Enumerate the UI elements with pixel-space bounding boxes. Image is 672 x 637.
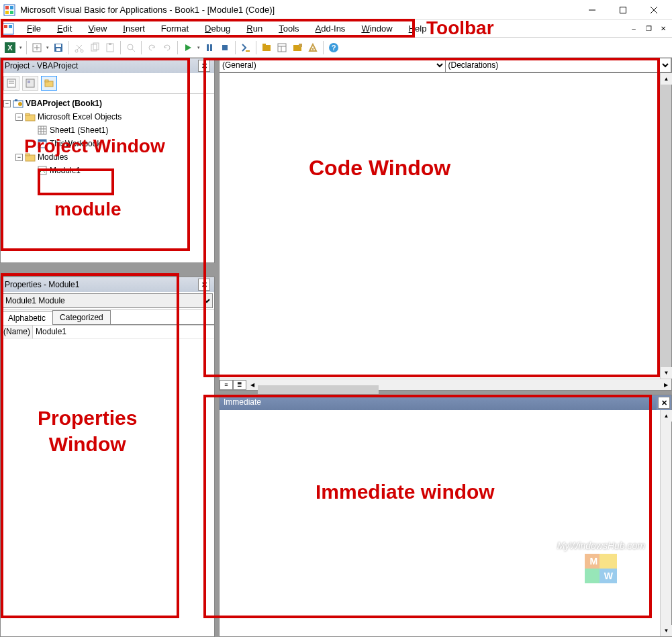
project-close[interactable]: ✕ — [198, 60, 210, 72]
excel-drop[interactable]: ▾ — [18, 45, 23, 50]
svg-rect-33 — [262, 44, 266, 46]
svg-rect-1 — [5, 6, 9, 9]
toolbox-icon[interactable] — [305, 40, 320, 55]
copy-icon[interactable] — [87, 40, 102, 55]
mdi-close[interactable]: ✕ — [657, 24, 669, 34]
paste-icon[interactable] — [103, 40, 117, 55]
folder-icon — [25, 111, 36, 122]
folder-icon — [25, 152, 36, 162]
svg-rect-60 — [38, 140, 46, 142]
code-vscrollbar[interactable]: ▲ ▼ — [660, 73, 671, 379]
find-icon[interactable] — [124, 40, 138, 55]
menu-tools[interactable]: Tools — [271, 21, 307, 36]
menu-help[interactable]: Help — [401, 21, 435, 36]
scroll-left-icon[interactable]: ◀ — [246, 379, 258, 391]
code-dropdowns: (General) (Declarations) — [220, 58, 671, 73]
svg-rect-25 — [109, 43, 111, 45]
toggle-folders-icon[interactable] — [41, 76, 57, 91]
object-list-dropdown[interactable]: (General) — [219, 58, 446, 72]
menu-edit[interactable]: Edit — [49, 21, 80, 36]
undo-icon[interactable] — [144, 40, 159, 55]
tab-alphabetic[interactable]: Alphabetic — [1, 311, 53, 325]
help-icon[interactable]: ? — [326, 40, 341, 55]
scroll-thumb[interactable] — [661, 85, 671, 373]
tree-thisworkbook[interactable]: ThisWorkbook — [3, 137, 211, 150]
svg-rect-62 — [26, 154, 30, 156]
scroll-up-icon[interactable]: ▲ — [661, 73, 672, 85]
svg-rect-53 — [26, 113, 30, 115]
svg-line-27 — [132, 49, 135, 52]
view-code-icon[interactable] — [3, 76, 19, 91]
cut-icon[interactable] — [72, 40, 87, 55]
procedure-view-icon[interactable]: ≡ — [220, 380, 233, 390]
menu-debug[interactable]: Debug — [197, 21, 238, 36]
project-icon[interactable] — [259, 40, 274, 55]
minimize-button[interactable] — [577, 1, 608, 19]
tree-module1[interactable]: Module1 — [3, 164, 211, 177]
properties-title-text: Properties - Module1 — [5, 280, 79, 289]
collapse-icon[interactable]: − — [15, 154, 23, 161]
menu-addins[interactable]: Add-Ins — [307, 21, 354, 36]
svg-rect-29 — [210, 44, 212, 51]
code-hscrollbar[interactable]: ≡ ≣ ◀ ▶ — [220, 379, 671, 390]
property-name: (Name) — [1, 326, 33, 339]
object-dropdown[interactable]: Module1 Module — [2, 293, 213, 308]
svg-rect-3 — [5, 11, 9, 14]
tree-label: Module1 — [50, 166, 81, 175]
property-value[interactable]: Module1 — [33, 326, 214, 339]
tab-categorized[interactable]: Categorized — [52, 310, 111, 324]
immediate-title: Immediate ✕ — [220, 395, 671, 410]
run-drop[interactable]: ▾ — [196, 45, 201, 50]
scroll-down-icon[interactable]: ▼ — [661, 625, 672, 636]
menu-insert[interactable]: Insert — [115, 21, 153, 36]
mdi-minimize[interactable]: – — [628, 24, 640, 34]
svg-rect-50 — [15, 99, 17, 101]
collapse-icon[interactable]: − — [15, 113, 23, 121]
project-toolbar — [1, 73, 214, 94]
insert-icon[interactable] — [30, 40, 44, 55]
scroll-up-icon[interactable]: ▲ — [661, 410, 672, 422]
scroll-down-icon[interactable]: ▼ — [661, 367, 672, 379]
tree-sheet1[interactable]: Sheet1 (Sheet1) — [3, 124, 211, 137]
excel-icon[interactable]: X — [3, 40, 17, 55]
scroll-thumb[interactable] — [258, 385, 379, 394]
maximize-button[interactable] — [608, 1, 638, 19]
scroll-right-icon[interactable]: ▶ — [660, 379, 671, 391]
sheet-icon — [37, 125, 48, 136]
code-editor[interactable] — [220, 73, 660, 379]
svg-rect-48 — [45, 80, 48, 82]
menu-format[interactable]: Format — [153, 21, 197, 36]
insert-drop[interactable]: ▾ — [45, 45, 50, 50]
full-module-view-icon[interactable]: ≣ — [233, 380, 246, 390]
pause-icon[interactable] — [202, 40, 217, 55]
tree-modules[interactable]: − Modules — [3, 150, 211, 164]
object-browser-icon[interactable] — [290, 40, 305, 55]
tree-project-root[interactable]: − VBAProject (Book1) — [3, 97, 211, 110]
immediate-title-text: Immediate — [220, 395, 657, 410]
run-icon[interactable] — [181, 40, 195, 55]
properties-title: Properties - Module1 ✕ — [1, 277, 214, 292]
property-row[interactable]: (Name) Module1 — [1, 326, 214, 339]
mdi-restore[interactable]: ❐ — [642, 24, 655, 34]
toolbar: X ▾ ▾ ▾ ? — [0, 38, 672, 58]
tree-excel-objects[interactable]: − Microsoft Excel Objects — [3, 110, 211, 124]
procedure-list-dropdown[interactable]: (Declarations) — [445, 58, 672, 72]
collapse-icon[interactable]: − — [3, 100, 11, 107]
save-icon[interactable] — [51, 40, 66, 55]
properties-tabs: Alphabetic Categorized — [1, 310, 214, 325]
menu-file[interactable]: File — [19, 21, 49, 36]
menu-view[interactable]: View — [80, 21, 115, 36]
properties-close[interactable]: ✕ — [198, 279, 210, 291]
redo-icon[interactable] — [160, 40, 175, 55]
menu-run[interactable]: Run — [238, 21, 271, 36]
stop-icon[interactable] — [218, 40, 232, 55]
design-icon[interactable] — [238, 40, 253, 55]
immediate-vscrollbar[interactable]: ▲ ▼ — [660, 410, 671, 636]
svg-text:X: X — [7, 44, 13, 52]
close-button[interactable] — [638, 1, 669, 19]
immediate-close[interactable]: ✕ — [658, 397, 670, 409]
view-object-icon[interactable] — [22, 76, 38, 91]
menu-window[interactable]: Window — [353, 21, 400, 36]
properties-icon[interactable] — [275, 40, 289, 55]
immediate-editor[interactable] — [220, 410, 660, 636]
